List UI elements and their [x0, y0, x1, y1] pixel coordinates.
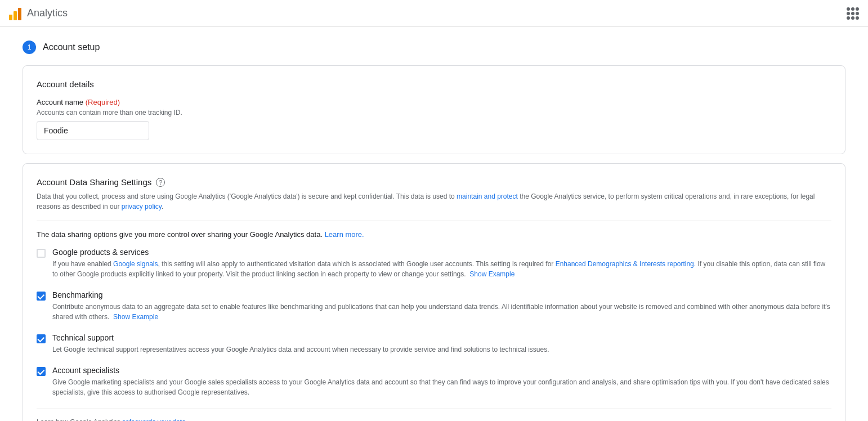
account-details-title: Account details — [37, 79, 831, 89]
step-title: Account setup — [43, 42, 100, 52]
checkbox-account-specialists[interactable] — [37, 367, 46, 376]
divider — [37, 221, 831, 221]
learn-footer: Learn how Google Analytics safeguards yo… — [37, 409, 831, 421]
checkbox-label-technical-support: Technical support — [52, 333, 549, 342]
field-sublabel: Accounts can contain more than one track… — [37, 109, 831, 117]
checkbox-benchmarking[interactable] — [37, 292, 46, 301]
checkbox-item-account-specialists: Account specialists Give Google marketin… — [37, 366, 831, 397]
account-details-card: Account details Account name (Required) … — [23, 65, 845, 154]
header-left: Analytics — [9, 7, 68, 20]
safeguards-link[interactable]: safeguards your data — [122, 418, 186, 421]
enhanced-demographics-link[interactable]: Enhanced Demographics & Interests report… — [556, 260, 696, 268]
checkbox-item-google-products: Google products & services If you have e… — [37, 248, 831, 279]
main-content: 1 Account setup Account details Account … — [0, 27, 868, 421]
required-label: (Required) — [86, 98, 120, 106]
show-example-link-google[interactable]: Show Example — [469, 270, 514, 278]
show-example-link-benchmarking[interactable]: Show Example — [113, 313, 158, 321]
checkbox-label-account-specialists: Account specialists — [52, 366, 831, 375]
checkbox-item-benchmarking: Benchmarking Contribute anonymous data t… — [37, 290, 831, 322]
logo-bar-3 — [18, 8, 21, 20]
data-sharing-desc: Data that you collect, process and store… — [37, 191, 831, 212]
checkbox-desc-account-specialists: Give Google marketing specialists and yo… — [52, 377, 831, 397]
checkbox-desc-benchmarking: Contribute anonymous data to an aggregat… — [52, 302, 831, 322]
account-name-field: Account name (Required) Accounts can con… — [37, 98, 831, 140]
google-signals-link[interactable]: Google signals — [113, 260, 158, 268]
step-header: 1 Account setup — [23, 41, 845, 54]
step-number: 1 — [23, 41, 36, 54]
app-header: Analytics — [0, 0, 868, 27]
logo-bar-1 — [9, 15, 12, 20]
apps-grid-icon[interactable] — [847, 7, 859, 20]
data-sharing-card: Account Data Sharing Settings ? Data tha… — [23, 163, 845, 421]
checkbox-technical-support[interactable] — [37, 334, 46, 343]
app-title: Analytics — [27, 7, 68, 19]
privacy-policy-link[interactable]: privacy policy — [122, 203, 162, 210]
checkbox-label-benchmarking: Benchmarking — [52, 290, 831, 299]
checkbox-item-technical-support: Technical support Let Google technical s… — [37, 333, 831, 355]
learn-more-link[interactable]: Learn more. — [325, 230, 364, 239]
checkbox-desc-technical-support: Let Google technical support representat… — [52, 344, 549, 355]
checkbox-label-google-products: Google products & services — [52, 248, 831, 257]
analytics-logo-icon — [9, 7, 21, 20]
sharing-intro: The data sharing options give you more c… — [37, 230, 831, 239]
account-name-input[interactable] — [37, 121, 149, 140]
help-icon[interactable]: ? — [156, 178, 165, 187]
maintain-protect-link[interactable]: maintain and protect — [457, 192, 518, 200]
logo-bar-2 — [14, 11, 17, 20]
checkbox-desc-google-products: If you have enabled Google signals, this… — [52, 259, 831, 279]
checkbox-google-products[interactable] — [37, 249, 46, 258]
field-label: Account name (Required) — [37, 98, 831, 106]
data-sharing-title: Account Data Sharing Settings ? — [37, 177, 831, 187]
